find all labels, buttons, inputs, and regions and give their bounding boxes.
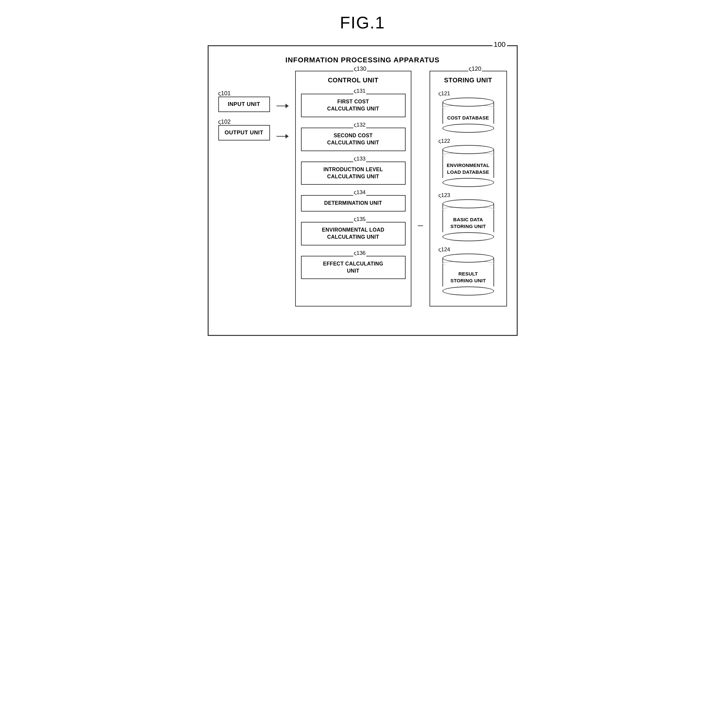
input-connector — [277, 104, 289, 108]
outer-label: INFORMATION PROCESSING APPARATUS — [218, 56, 507, 64]
cyl-top-121 — [442, 98, 494, 107]
cylinder-122: ENVIRONMENTALLOAD DATABASE — [442, 145, 494, 187]
connector-line-input — [277, 106, 286, 107]
output-unit-wrapper: ς102 OUTPUT UNIT — [218, 125, 270, 141]
ref-136: ς136 — [353, 250, 367, 257]
ref-100: 100 — [493, 40, 507, 49]
unit-132-wrapper: ς132 SECOND COSTCALCULATING UNIT — [301, 128, 405, 151]
ref-120: ς120 — [468, 66, 482, 72]
input-unit-wrapper: ς101 INPUT UNIT — [218, 96, 270, 112]
mid-line — [418, 225, 423, 226]
cyl-top-122 — [442, 145, 494, 154]
unit-134-wrapper: ς134 DETERMINATION UNIT — [301, 195, 405, 211]
storing-unit-box: ς120 STORING UNIT ς121 COST DATABASE ς12… — [430, 71, 507, 306]
cyl-bottom-122 — [442, 178, 494, 187]
ref-123: ς123 — [439, 192, 451, 199]
ref-124: ς124 — [439, 246, 451, 253]
ref-121: ς121 — [439, 90, 451, 97]
ref-133: ς133 — [353, 156, 367, 162]
ref-101: ς101 — [218, 90, 231, 97]
ref-102: ς102 — [218, 119, 231, 125]
db-122-wrapper: ς122 ENVIRONMENTALLOAD DATABASE — [435, 138, 501, 187]
cyl-bottom-124 — [442, 286, 494, 295]
storing-unit-label: STORING UNIT — [435, 76, 501, 84]
ref-134: ς134 — [353, 189, 367, 196]
unit-134: DETERMINATION UNIT — [301, 195, 405, 211]
unit-135-wrapper: ς135 ENVIRONMENTAL LOADCALCULATING UNIT — [301, 222, 405, 245]
unit-132: SECOND COSTCALCULATING UNIT — [301, 128, 405, 151]
cyl-bottom-121 — [442, 124, 494, 133]
unit-133: INTRODUCTION LEVELCALCULATING UNIT — [301, 162, 405, 185]
arrow-input — [286, 104, 289, 108]
cyl-label-121: COST DATABASE — [447, 114, 489, 121]
cyl-top-123 — [442, 199, 494, 208]
db-123-wrapper: ς123 BASIC DATASTORING UNIT — [435, 192, 501, 241]
connector-line-output — [277, 136, 286, 137]
page-title: FIG.1 — [340, 13, 385, 32]
unit-136-wrapper: ς136 EFFECT CALCULATINGUNIT — [301, 256, 405, 279]
cylinder-123: BASIC DATASTORING UNIT — [442, 199, 494, 241]
ref-132: ς132 — [353, 122, 367, 128]
arrow-output — [286, 134, 289, 139]
ref-130: ς130 — [353, 66, 367, 72]
cyl-bottom-123 — [442, 232, 494, 241]
cyl-label-122: ENVIRONMENTALLOAD DATABASE — [447, 162, 489, 175]
unit-131-wrapper: ς131 FIRST COSTCALCULATING UNIT — [301, 94, 405, 117]
mid-connector — [418, 71, 423, 306]
cyl-label-123: BASIC DATASTORING UNIT — [451, 216, 486, 229]
unit-133-wrapper: ς133 INTRODUCTION LEVELCALCULATING UNIT — [301, 162, 405, 185]
input-unit-block: INPUT UNIT — [218, 96, 270, 112]
left-column: ς101 INPUT UNIT ς102 OUTPUT UNIT — [218, 71, 270, 306]
outer-box: 100 INFORMATION PROCESSING APPARATUS ς10… — [208, 45, 518, 336]
control-unit-box: ς130 CONTROL UNIT ς131 FIRST COSTCALCULA… — [295, 71, 411, 306]
connectors-left — [277, 71, 289, 306]
ref-131: ς131 — [353, 88, 367, 94]
cylinder-124: RESULTSTORING UNIT — [442, 254, 494, 295]
unit-135: ENVIRONMENTAL LOADCALCULATING UNIT — [301, 222, 405, 245]
output-unit-block: OUTPUT UNIT — [218, 125, 270, 141]
db-124-wrapper: ς124 RESULTSTORING UNIT — [435, 246, 501, 295]
control-unit-label: CONTROL UNIT — [301, 76, 405, 84]
cyl-label-124: RESULTSTORING UNIT — [451, 270, 486, 284]
unit-136: EFFECT CALCULATINGUNIT — [301, 256, 405, 279]
ref-135: ς135 — [353, 216, 367, 223]
cylinder-121: COST DATABASE — [442, 98, 494, 133]
cyl-top-124 — [442, 254, 494, 263]
output-connector — [277, 134, 289, 139]
ref-122: ς122 — [439, 138, 451, 144]
db-121-wrapper: ς121 COST DATABASE — [435, 90, 501, 133]
unit-131: FIRST COSTCALCULATING UNIT — [301, 94, 405, 117]
